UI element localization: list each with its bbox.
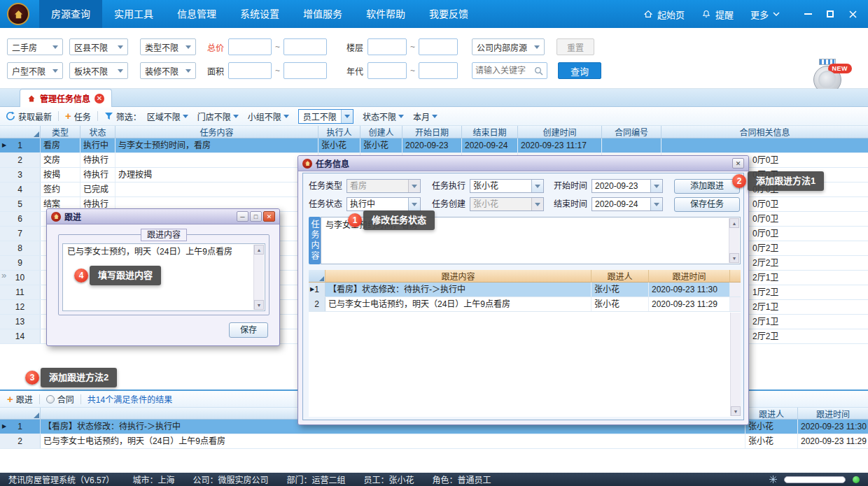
menu-item-info[interactable]: 信息管理 [165,0,228,28]
follow-select-corner[interactable] [0,408,41,420]
reset-button[interactable]: 重置 [556,38,594,55]
task-content-label: 任务内容 [309,217,321,264]
task-status-combo[interactable]: 执行中 [346,197,421,211]
dialog-close-button[interactable]: ✕ [732,158,744,169]
maximize-button[interactable] [819,0,841,28]
area-max-input[interactable] [284,62,327,79]
price-min-input[interactable] [228,38,272,55]
col-status[interactable]: 状态 [80,126,115,138]
task-type-combo[interactable]: 看房 [346,179,421,193]
status-filter[interactable]: 状态不限 [363,110,404,122]
keyword-input[interactable] [475,66,534,76]
query-button[interactable]: 查询 [558,62,601,79]
select-all-corner[interactable] [0,126,41,138]
scroll-up-icon[interactable]: ▲ [729,218,739,228]
plus-icon: + [7,395,13,403]
statusbar-right [769,476,860,483]
cell-fu-scroll[interactable] [730,297,741,311]
add-task-button[interactable]: + 任务 [65,110,91,122]
price-max-input[interactable] [284,38,327,55]
floor-label: 楼层 [346,41,363,53]
contract-button[interactable]: 合同 [46,393,74,405]
floor-min-input[interactable] [368,38,407,55]
menu-item-value-added[interactable]: 增值服务 [291,0,354,28]
col-contract-no[interactable]: 合同编号 [602,126,662,138]
table-row[interactable]: 2 已与李女士电话预约，明天（24日）上午9点看房 张小花 2020-09-23… [309,297,741,312]
col-contract-info[interactable]: 合同相关信息 [662,126,868,138]
scroll-down-icon[interactable]: ▼ [731,406,741,416]
decoration-dropdown[interactable]: 装修不限 [140,62,196,79]
scroll-down-icon[interactable]: ▼ [729,253,739,263]
table-row[interactable]: 2已与李女士电话预约，明天（24日）上午9点看房张小花2020-09-23 11… [0,434,868,449]
search-icon[interactable] [534,66,543,76]
col-creator[interactable]: 创建人 [360,126,402,138]
col-fu-time[interactable]: 跟进时间 [649,270,730,283]
group-filter[interactable]: 小组不限 [248,110,289,122]
tab-close-icon[interactable]: ✕ [94,94,104,103]
tab-task-management[interactable]: 管理任务信息 ✕ [20,89,112,107]
end-time-combo[interactable]: 2020-09-24 [592,197,663,211]
save-follow-button[interactable]: 保存 [229,322,268,338]
col-executor[interactable]: 执行人 [318,126,360,138]
month-filter[interactable]: 本月 [413,110,438,122]
scroll-down-icon[interactable]: ▼ [254,300,264,310]
dialog-close-button[interactable]: ✕ [263,211,275,222]
col-content[interactable]: 任务内容 [115,126,318,138]
follow-dialog-titlebar[interactable]: 跟进 ─ □ ✕ [47,209,279,224]
district-dropdown[interactable]: 区县不限 [69,38,128,55]
combobox-arrow-button[interactable] [341,110,353,123]
company-source-dropdown[interactable]: 公司内部房源 [472,38,545,55]
toolbar-separator [39,394,40,404]
remind-button[interactable]: 提醒 [701,8,734,21]
menu-item-house-search[interactable]: 房源查询 [39,0,102,28]
menu-item-feedback[interactable]: 我要反馈 [417,0,480,28]
sidebar-expander[interactable]: » [1,270,6,280]
col-type[interactable]: 类型 [41,126,80,138]
floor-max-input[interactable] [419,38,458,55]
task-exec-combo[interactable]: 张小花 [470,179,544,193]
col-fu-person[interactable]: 跟进人 [592,270,649,283]
table-row[interactable]: 1 【看房】状态修改：待执行-＞执行中 张小花 2020-09-23 11:30 [309,283,741,297]
table-row[interactable]: 1看房执行中与李女士预约时间，看房张小花张小花2020-09-232020-09… [0,138,868,153]
layout-dropdown[interactable]: 户型不限 [7,62,63,79]
dialog-maximize-button[interactable]: □ [250,211,262,222]
follow-select-corner[interactable] [309,270,326,283]
cell-fu-scroll[interactable] [730,283,741,296]
scroll-up-icon[interactable]: ▲ [254,245,264,255]
more-button[interactable]: 更多 [750,8,780,21]
year-max-input[interactable] [419,62,458,79]
refresh-button[interactable]: 获取最新 [6,110,52,122]
menu-item-tools[interactable]: 实用工具 [102,0,165,28]
table-scrollbar[interactable]: ▼ [730,313,741,416]
block-dropdown[interactable]: 板块不限 [69,62,128,79]
year-min-input[interactable] [368,62,407,79]
dialog-minimize-button[interactable]: ─ [237,211,248,222]
col-create-time[interactable]: 创建时间 [518,126,602,138]
col-fu-content[interactable]: 跟进内容 [326,270,592,283]
col-end-date[interactable]: 结束日期 [462,126,518,138]
app-logo-icon [7,3,29,25]
task-dialog-titlebar[interactable]: 任务信息 ✕ [298,156,748,171]
home-page-button[interactable]: 起始页 [643,8,685,21]
col-start-date[interactable]: 开始日期 [402,126,462,138]
property-type-dropdown[interactable]: 类型不限 [140,38,196,55]
add-follow-up-button[interactable]: 添加跟进 [674,179,740,194]
area-min-input[interactable] [228,62,272,79]
textarea-scrollbar[interactable]: ▲▼ [253,245,264,310]
close-button[interactable] [841,0,864,28]
save-task-button[interactable]: 保存任务 [674,197,740,212]
add-follow-button[interactable]: + 跟进 [7,393,33,405]
menu-item-help[interactable]: 软件帮助 [354,0,417,28]
task-creator-combo[interactable]: 张小花 [470,197,544,211]
listing-type-dropdown[interactable]: 二手房 [7,38,63,55]
col-follow-person[interactable]: 跟进人 [746,408,798,420]
cell-status: 待执行 [80,153,115,167]
employee-filter-combobox[interactable]: 员工不限 [298,109,354,124]
start-time-combo[interactable]: 2020-09-23 [592,179,663,193]
minimize-button[interactable] [797,0,819,28]
store-filter[interactable]: 门店不限 [197,110,239,122]
menu-item-settings[interactable]: 系统设置 [228,0,291,28]
col-follow-time[interactable]: 跟进时间 [798,408,868,420]
region-filter[interactable]: 区域不限 [147,110,188,122]
textarea-scrollbar[interactable]: ▲▼ [729,218,739,263]
